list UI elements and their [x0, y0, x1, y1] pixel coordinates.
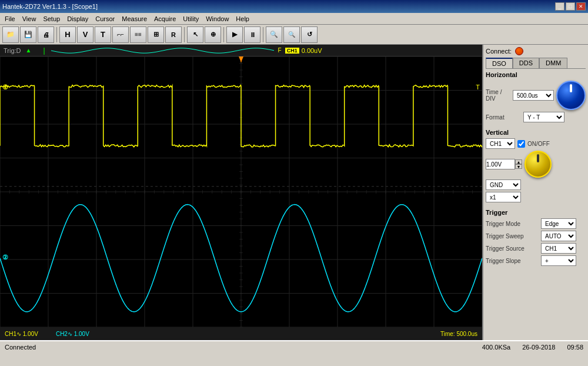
voltage-down-btn[interactable]: ▼: [515, 164, 522, 169]
vertical-section: Vertical CH1 CH2 ON/OFF ▲ ▼: [486, 129, 586, 204]
tool-pause[interactable]: ⏸: [244, 26, 260, 43]
coupling-select[interactable]: GND DC AC: [486, 179, 521, 190]
coupling-row: GND DC AC: [486, 179, 586, 190]
voltage-input[interactable]: [486, 159, 515, 169]
ch2-level-marker: ②: [2, 254, 8, 261]
toolbar-sep-2: [184, 27, 185, 42]
trigger-level-marker: T: [476, 84, 480, 91]
minimize-button[interactable]: _: [555, 2, 564, 11]
status-date: 26-09-2018: [522, 344, 555, 351]
horizontal-title: Horizontal: [486, 71, 586, 78]
tool-pulse[interactable]: ⌐⌐: [112, 26, 129, 43]
trigger-slope-select[interactable]: + -: [541, 255, 576, 266]
trigger-source-label: Trigger Source: [486, 245, 539, 252]
scope-bottom-bar: CH1∿ 1.00V CH2∿ 1.00V Time: 500.0us: [0, 327, 482, 340]
tool-run[interactable]: ▶: [226, 26, 243, 43]
title-bar: Hantek-2D72 Ver1.1.3 - [Scope1] _ □ ✕: [0, 0, 588, 13]
tool-H[interactable]: H: [59, 26, 76, 43]
vertical-title: Vertical: [486, 129, 586, 136]
tool-reset[interactable]: R: [165, 26, 182, 43]
tool-cursor-cross[interactable]: ⊕: [205, 26, 221, 43]
scope-status-bar: Trig:D ▲ | F CH1 0.00uV: [0, 45, 482, 56]
tool-T[interactable]: T: [95, 26, 111, 43]
toolbar-sep-3: [223, 27, 224, 42]
trigger-mode-label: Trigger Mode: [486, 221, 539, 227]
menu-bar: File View Setup Display Cursor Measure A…: [0, 13, 588, 25]
menu-display[interactable]: Display: [64, 14, 92, 24]
format-label: Format: [486, 114, 521, 121]
time-bottom-info: Time: 500.0us: [440, 331, 477, 337]
trigger-source-select[interactable]: CH1 CH2 EXT: [541, 243, 576, 254]
close-button[interactable]: ✕: [576, 2, 586, 11]
tool-autoscale[interactable]: ↺: [301, 26, 318, 43]
format-select[interactable]: Y - T X - Y: [523, 112, 564, 122]
ch1-value: 0.00uV: [302, 47, 322, 54]
tool-V[interactable]: V: [77, 26, 93, 43]
voltage-up-btn[interactable]: ▲: [515, 159, 522, 164]
trigger-slope-label: Trigger Slope: [486, 258, 539, 264]
time-div-knob[interactable]: [556, 81, 586, 110]
menu-cursor[interactable]: Cursor: [92, 14, 118, 24]
menu-file[interactable]: File: [1, 14, 19, 24]
trigger-flag: F: [278, 47, 282, 54]
horizontal-section: Horizontal Time / DIV 500.0us 100.0us 20…: [486, 71, 586, 124]
trig-indicator: ▲: [26, 47, 32, 54]
channel-select[interactable]: CH1 CH2: [486, 138, 515, 149]
tool-zoom-out[interactable]: 🔍: [283, 26, 300, 43]
ch1-bottom-info: CH1∿ 1.00V: [5, 331, 38, 337]
toolbar: 📁 💾 🖨 H V T ⌐⌐ ≡≡ ⊞ R ↖ ⊕ ▶ ⏸ 🔍 🔍 ↺: [0, 25, 588, 45]
connect-row: Connect:: [486, 47, 586, 55]
tool-lines[interactable]: ≡≡: [130, 26, 146, 43]
trigger-slope-row: Trigger Slope + -: [486, 255, 586, 266]
voltage-knob[interactable]: [524, 151, 552, 178]
scope-display: ① ② T: [0, 56, 482, 327]
toolbar-sep-1: [56, 27, 57, 42]
voltage-knob-marker: [537, 154, 539, 162]
format-row: Format Y - T X - Y: [486, 112, 586, 122]
ch-onoff-label: ON/OFF: [527, 141, 550, 147]
tab-dmm[interactable]: DMM: [539, 58, 567, 68]
tool-save[interactable]: 💾: [20, 26, 36, 43]
ch2-bottom-info: CH2∿ 1.00V: [56, 331, 89, 337]
knob-marker: [570, 84, 572, 92]
menu-utility[interactable]: Utility: [179, 14, 202, 24]
trig-label: Trig:D: [4, 47, 21, 54]
tool-cursor-arrow[interactable]: ↖: [187, 26, 203, 43]
ch-onoff-checkbox[interactable]: [517, 140, 525, 148]
status-time: 09:58: [567, 344, 583, 351]
trigger-sweep-select[interactable]: AUTO NORMAL SINGLE: [541, 231, 576, 241]
ch1-tag: CH1: [285, 48, 299, 54]
tool-zoom-in[interactable]: 🔍: [266, 26, 282, 43]
right-panel: Connect: DSO DDS DMM Horizontal Time / D…: [482, 45, 588, 340]
menu-window[interactable]: Window: [202, 14, 232, 24]
trigger-title: Trigger: [486, 209, 586, 216]
menu-setup[interactable]: Setup: [39, 14, 64, 24]
tool-grid[interactable]: ⊞: [148, 26, 164, 43]
menu-help[interactable]: Help: [232, 14, 253, 24]
trigger-source-row: Trigger Source CH1 CH2 EXT: [486, 243, 586, 254]
menu-view[interactable]: View: [19, 14, 40, 24]
voltage-row: ▲ ▼: [486, 151, 586, 178]
sample-rate: 400.0KSa: [482, 344, 510, 351]
title-bar-controls: _ □ ✕: [555, 2, 586, 11]
trigger-mode-select[interactable]: Edge Pulse Video: [541, 218, 576, 229]
title-bar-text: Hantek-2D72 Ver1.1.3 - [Scope1]: [2, 3, 98, 10]
connect-led: [515, 47, 523, 55]
tab-dso[interactable]: DSO: [486, 58, 513, 68]
time-div-row: Time / DIV 500.0us 100.0us 200.0us 1.0ms: [486, 81, 586, 110]
time-div-label: Time / DIV: [486, 89, 510, 102]
time-div-select[interactable]: 500.0us 100.0us 200.0us 1.0ms: [513, 90, 554, 101]
ch1-preview-waveform: [51, 46, 275, 55]
menu-measure[interactable]: Measure: [118, 14, 151, 24]
tool-print[interactable]: 🖨: [38, 26, 54, 43]
status-connected: Connected: [5, 344, 36, 351]
toolbar-sep-4: [263, 27, 263, 42]
trigger-sweep-row: Trigger Sweep AUTO NORMAL SINGLE: [486, 231, 586, 241]
menu-acquire[interactable]: Acquire: [151, 14, 179, 24]
maximize-button[interactable]: □: [566, 2, 575, 11]
trigger-sweep-label: Trigger Sweep: [486, 233, 539, 239]
tool-open[interactable]: 📁: [2, 26, 19, 43]
status-bar: Connected 400.0KSa 26-09-2018 09:58: [0, 340, 588, 353]
tab-dds[interactable]: DDS: [513, 58, 539, 68]
probe-select[interactable]: x1 x10 x100: [486, 192, 521, 202]
